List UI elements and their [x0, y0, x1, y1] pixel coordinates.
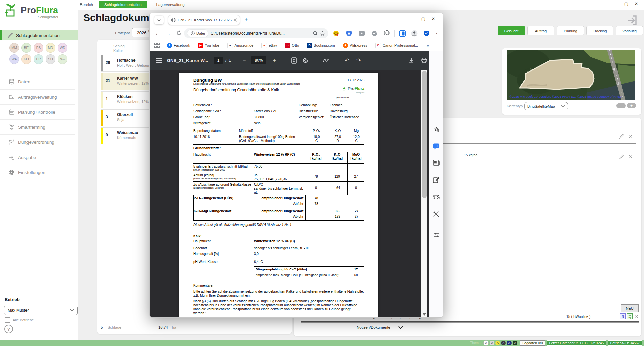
bookmark-booking[interactable]: BBooking.com: [307, 43, 335, 48]
help-button[interactable]: ?: [4, 325, 13, 333]
edit-pencil-icon[interactable]: [619, 154, 624, 159]
privacy-shield-extension-icon[interactable]: [345, 30, 352, 37]
badge-ps[interactable]: PS: [34, 43, 43, 53]
address-url[interactable]: C:/Users/steph/Documents/ProFlura/Dü...: [211, 31, 311, 36]
sidebar-item-schlagdokumentation[interactable]: Schlagdokumentation: [0, 30, 78, 40]
badge-nmin[interactable]: Nmin: [58, 54, 67, 64]
badge-mm[interactable]: MM: [9, 43, 19, 53]
back-icon[interactable]: ←: [155, 30, 160, 36]
theme-swatch-dark[interactable]: A: [501, 341, 506, 345]
sidebar-item-smartfarming[interactable]: Smartfarming: [0, 120, 75, 135]
bookmark-ebay[interactable]: eeBay: [261, 43, 277, 48]
theme-swatch-green[interactable]: A: [513, 341, 517, 345]
sidebar-item-auftragsverwaltung[interactable]: Auftragsverwaltung: [0, 90, 75, 105]
badge-er[interactable]: ER: [34, 54, 43, 64]
customize-sliders-icon[interactable]: [433, 231, 440, 238]
map-zoom-in-button[interactable]: +: [627, 103, 636, 108]
video-extension-icon[interactable]: [358, 30, 365, 37]
sidebar-item-duengeverordnung[interactable]: Düngeverordnung: [0, 135, 75, 150]
forward-icon[interactable]: →: [166, 30, 171, 36]
sidebar-item-ausgabe[interactable]: Ausgabe: [0, 150, 75, 165]
badge-wa[interactable]: WA: [9, 54, 19, 64]
neu-button[interactable]: NEU: [621, 304, 639, 312]
badge-ko[interactable]: KO: [21, 54, 31, 64]
sidebar-item-daten[interactable]: Daten: [0, 74, 75, 90]
adblock-extension-icon[interactable]: [333, 30, 339, 37]
map-zoom-out-button[interactable]: -: [616, 103, 626, 108]
filter-gebucht-button[interactable]: Gebucht: [498, 26, 525, 35]
discover-search-icon[interactable]: [433, 126, 440, 133]
split-screen-icon[interactable]: [399, 30, 406, 37]
filter-vorlaeufig-button[interactable]: Vorläufig: [616, 26, 643, 35]
close-icon[interactable]: [629, 155, 633, 159]
satellite-map[interactable]: ©2025 Microsoft Corporation, ©2025 NAVTE…: [507, 50, 635, 100]
download-icon[interactable]: [409, 58, 414, 63]
filter-auftrag-button[interactable]: Auftrag: [527, 26, 554, 35]
notizen-dokumente-toggle[interactable]: Notizen/Dokumente: [357, 325, 403, 329]
filter-tracking-button[interactable]: Tracking: [586, 26, 613, 35]
bookmark-canon[interactable]: CCanon Professional...: [375, 43, 418, 48]
browser-close-button[interactable]: ✕: [428, 16, 438, 21]
print-icon[interactable]: [421, 58, 427, 63]
news-icon[interactable]: [433, 159, 440, 166]
app-minimize-button[interactable]: –: [611, 1, 621, 6]
zoom-out-icon[interactable]: −: [243, 58, 246, 63]
reload-icon[interactable]: [176, 30, 182, 36]
pdf-scrollbar-thumb[interactable]: [422, 71, 427, 198]
tools-icon[interactable]: [433, 211, 440, 218]
defender-shield-icon[interactable]: [423, 30, 430, 37]
copilot-chat-icon[interactable]: [433, 143, 440, 150]
browser-minimize-button[interactable]: –: [408, 16, 418, 21]
profile-avatar[interactable]: [411, 30, 418, 37]
games-icon[interactable]: [433, 194, 440, 201]
browser-menu-icon[interactable]: ⋮: [434, 31, 439, 36]
extensions-puzzle-icon[interactable]: [384, 30, 390, 37]
file-scheme-chip[interactable]: Datei: [187, 30, 208, 37]
n-badge[interactable]: N: [620, 313, 626, 319]
bookmark-star-icon[interactable]: [320, 31, 325, 36]
alle-betriebe-checkbox[interactable]: [5, 317, 10, 323]
bookmark-aliexpress[interactable]: AAliExpress: [343, 43, 367, 48]
pk-mg-badge[interactable]: PK Mg: [627, 313, 633, 319]
badge-wd[interactable]: WD: [58, 43, 67, 53]
close-icon[interactable]: [629, 134, 633, 138]
tab-bereich[interactable]: Bereich: [76, 1, 96, 8]
theme-swatch-yellow[interactable]: A: [495, 341, 500, 345]
tab-schlagdokumentation[interactable]: Schlagdokumentation: [99, 1, 147, 8]
redo-icon[interactable]: ↷: [356, 57, 361, 64]
theme-swatch-blue[interactable]: A: [507, 341, 512, 345]
bookmark-facebook[interactable]: fFacebook: [167, 43, 190, 48]
kartentyp-select[interactable]: BingSatelliteMap: [524, 102, 568, 110]
undo-icon[interactable]: ↶: [344, 57, 349, 64]
erntejahr-input[interactable]: 2026 ▲▼: [132, 28, 151, 37]
app-close-button[interactable]: ✕: [631, 1, 641, 6]
browser-tab[interactable]: GNS_21_Karrer WW 17.12.2025: [168, 15, 240, 25]
betrieb-select[interactable]: Max Muster: [4, 306, 78, 315]
bookmarks-overflow-icon[interactable]: »: [427, 43, 429, 48]
bookmark-otto[interactable]: oOtto: [285, 43, 299, 48]
address-pill[interactable]: Datei C:/Users/steph/Documents/ProFlura/…: [184, 28, 328, 38]
pdf-menu-icon[interactable]: [156, 58, 162, 63]
bookmark-youtube[interactable]: ▶YouTube: [198, 43, 219, 48]
export-panel-icon[interactable]: [627, 15, 637, 26]
tab-close-icon[interactable]: [234, 18, 237, 22]
badge-extension-icon[interactable]: [371, 30, 378, 37]
fit-page-icon[interactable]: [291, 57, 297, 64]
sidebar-item-planung-kontrolle[interactable]: Planung+Kontrolle: [0, 105, 75, 120]
logdaten-badge[interactable]: Logdaten 0/0: [520, 340, 545, 346]
app-maximize-button[interactable]: ▢: [621, 1, 631, 6]
zoom-in-icon[interactable]: ＋: [272, 57, 277, 64]
close-icon[interactable]: [635, 314, 639, 319]
pdf-scrollbar[interactable]: [421, 70, 427, 317]
badge-md[interactable]: MD: [46, 43, 55, 53]
apps-grid-icon[interactable]: [154, 43, 160, 48]
edit-pencil-icon[interactable]: [619, 134, 624, 139]
new-tab-button[interactable]: +: [245, 16, 248, 22]
compose-notes-icon[interactable]: [433, 176, 440, 183]
sidebar-item-einstellungen[interactable]: Einstellungen: [0, 165, 75, 180]
scrollbar-down-arrow-icon[interactable]: [423, 313, 426, 316]
tab-lagerverwaltung[interactable]: Lagerverwaltung: [153, 1, 188, 8]
browser-maximize-button[interactable]: ▢: [418, 16, 428, 21]
pdf-page-input[interactable]: 1: [214, 57, 223, 64]
bookmark-amazon[interactable]: aAmazon.de: [227, 43, 254, 48]
